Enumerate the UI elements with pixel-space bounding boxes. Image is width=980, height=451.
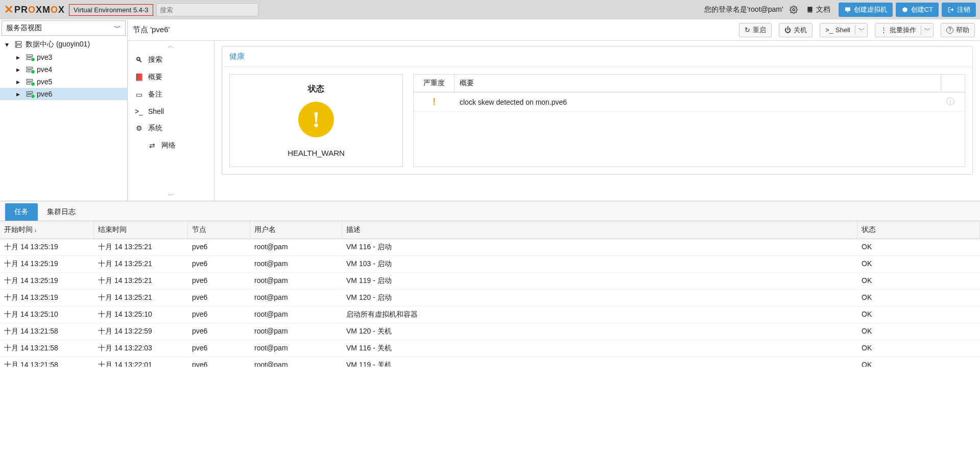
global-search-input[interactable] <box>156 3 258 16</box>
col-severity[interactable]: 严重度 <box>414 75 455 92</box>
nav-shell[interactable]: >_Shell <box>128 103 214 120</box>
tree-node-pve4[interactable]: ▸pve4 <box>0 63 127 76</box>
cell-start: 十月 14 13:25:19 <box>0 290 94 306</box>
book-icon: 📕 <box>135 73 143 81</box>
status-online-icon <box>31 82 35 86</box>
col-user[interactable]: 用户名 <box>250 221 342 239</box>
task-row[interactable]: 十月 14 13:21:58十月 14 13:22:01pve6root@pam… <box>0 357 980 367</box>
svg-rect-1 <box>845 8 850 11</box>
server-icon <box>25 78 34 85</box>
list-icon: ⋮ <box>880 26 887 34</box>
help-icon: ? <box>946 27 953 34</box>
top-bar: ✕ PROXMOX Virtual Environment 5.4-3 您的登录… <box>0 0 980 19</box>
server-stack-icon <box>14 41 23 48</box>
cell-end: 十月 14 13:22:01 <box>94 357 188 367</box>
cell-status: OK <box>857 323 980 340</box>
task-row[interactable]: 十月 14 13:25:10十月 14 13:25:10pve6root@pam… <box>0 306 980 323</box>
cell-end: 十月 14 13:25:21 <box>94 290 188 306</box>
nav-summary[interactable]: 📕概要 <box>128 68 214 86</box>
task-row[interactable]: 十月 14 13:25:19十月 14 13:25:21pve6root@pam… <box>0 256 980 273</box>
cell-status: OK <box>857 273 980 289</box>
tab-tasks[interactable]: 任务 <box>5 203 38 221</box>
col-end-time[interactable]: 结束时间 <box>94 221 188 239</box>
summary-cell: clock skew detected on mon.pve6 <box>455 94 941 110</box>
svg-rect-12 <box>27 91 33 93</box>
task-row[interactable]: 十月 14 13:25:19十月 14 13:25:21pve6root@pam… <box>0 290 980 306</box>
cell-start: 十月 14 13:25:19 <box>0 239 94 255</box>
nav-network[interactable]: ⇄网络 <box>128 137 214 154</box>
task-row[interactable]: 十月 14 13:21:58十月 14 13:22:59pve6root@pam… <box>0 323 980 340</box>
tree-node-label: pve3 <box>37 53 52 61</box>
cell-user: root@pam <box>250 239 342 255</box>
col-summary[interactable]: 概要 <box>455 75 941 92</box>
node-header: 节点 'pve6' ↻ 重启 ⏻ 关机 >_ Shell ﹀ ⋮ 批量操作 <box>128 19 980 41</box>
create-ct-button[interactable]: 创建CT <box>896 3 939 17</box>
warning-icon: ! <box>433 97 436 107</box>
cell-end: 十月 14 13:22:59 <box>94 323 188 340</box>
view-selector[interactable]: 服务器视图 ﹀ <box>2 20 126 36</box>
resource-tree-panel: 服务器视图 ﹀ ▾ 数据中心 (guoyin01) ▸pve3▸pve4▸pve… <box>0 19 128 201</box>
shell-button[interactable]: >_ Shell ﹀ <box>820 23 868 37</box>
col-status[interactable]: 状态 <box>857 221 980 239</box>
restart-button[interactable]: ↻ 重启 <box>739 23 772 37</box>
tree-node-pve5[interactable]: ▸pve5 <box>0 76 127 88</box>
cube-icon <box>901 7 909 13</box>
cell-start: 十月 14 13:21:58 <box>0 340 94 357</box>
task-row[interactable]: 十月 14 13:25:19十月 14 13:25:21pve6root@pam… <box>0 273 980 290</box>
caret-right-icon: ▸ <box>16 53 22 61</box>
shutdown-button[interactable]: ⏻ 关机 <box>779 23 812 37</box>
tree-datacenter-label: 数据中心 (guoyin01) <box>26 40 90 49</box>
login-info: 您的登录名是'root@pam' <box>704 5 783 14</box>
chevron-down-icon[interactable]: ﹀ <box>855 26 865 35</box>
logo-text: PROXMOX <box>14 5 65 15</box>
cell-status: OK <box>857 357 980 367</box>
col-desc[interactable]: 描述 <box>342 221 857 239</box>
bulk-actions-button[interactable]: ⋮ 批量操作 ﹀ <box>875 23 934 37</box>
cell-status: OK <box>857 256 980 272</box>
health-status-box: 状态 ! HEALTH_WARN <box>229 74 403 167</box>
info-cell[interactable]: ⓘ <box>941 92 965 111</box>
svg-rect-6 <box>27 55 33 57</box>
docs-link[interactable]: 文档 <box>806 5 830 14</box>
cell-desc: VM 119 - 启动 <box>342 273 857 289</box>
nav-scroll-up[interactable]: ︿ <box>128 41 214 51</box>
nav-system[interactable]: ⚙系统 <box>128 120 214 137</box>
logout-button[interactable]: 注销 <box>942 3 976 17</box>
docs-label: 文档 <box>816 5 830 14</box>
help-button[interactable]: ? 帮助 <box>941 23 975 37</box>
task-log-panel: 任务 集群日志 开始时间↓ 结束时间 节点 用户名 描述 状态 十月 14 13… <box>0 201 980 367</box>
col-start-time[interactable]: 开始时间↓ <box>0 221 94 239</box>
logo[interactable]: ✕ PROXMOX <box>4 3 65 16</box>
cell-status: OK <box>857 290 980 306</box>
note-icon: ▭ <box>135 90 143 99</box>
tab-cluster-log[interactable]: 集群日志 <box>38 203 85 221</box>
cell-user: root@pam <box>250 256 342 272</box>
gear-icon[interactable] <box>787 4 800 16</box>
caret-right-icon: ▸ <box>16 65 22 74</box>
task-row[interactable]: 十月 14 13:25:19十月 14 13:25:21pve6root@pam… <box>0 239 980 256</box>
nav-notes[interactable]: ▭备注 <box>128 86 214 103</box>
cell-user: root@pam <box>250 273 342 289</box>
node-title: 节点 'pve6' <box>133 25 170 35</box>
terminal-icon: >_ <box>135 107 143 115</box>
cell-status: OK <box>857 340 980 357</box>
server-icon <box>25 54 34 61</box>
warning-icon: ! <box>298 102 334 137</box>
cell-end: 十月 14 13:22:03 <box>94 340 188 357</box>
warning-row[interactable]: !clock skew detected on mon.pve6ⓘ <box>414 92 965 112</box>
create-vm-button[interactable]: 创建虚拟机 <box>839 3 893 17</box>
task-row[interactable]: 十月 14 13:21:58十月 14 13:22:03pve6root@pam… <box>0 340 980 357</box>
svg-point-0 <box>793 9 795 11</box>
col-node[interactable]: 节点 <box>188 221 250 239</box>
nav-scroll-down[interactable]: ﹀ <box>128 191 214 201</box>
tree-node-pve3[interactable]: ▸pve3 <box>0 51 127 63</box>
version-label: Virtual Environment 5.4-3 <box>69 4 153 16</box>
nav-search[interactable]: 🔍︎搜索 <box>128 51 214 68</box>
cell-desc: VM 120 - 关机 <box>342 323 857 340</box>
severity-cell: ! <box>414 92 455 111</box>
caret-down-icon: ▾ <box>5 40 11 49</box>
tree-datacenter[interactable]: ▾ 数据中心 (guoyin01) <box>0 38 127 51</box>
tree-node-pve6[interactable]: ▸pve6 <box>0 88 127 100</box>
logo-x-icon: ✕ <box>4 3 13 16</box>
chevron-down-icon[interactable]: ﹀ <box>921 26 931 35</box>
